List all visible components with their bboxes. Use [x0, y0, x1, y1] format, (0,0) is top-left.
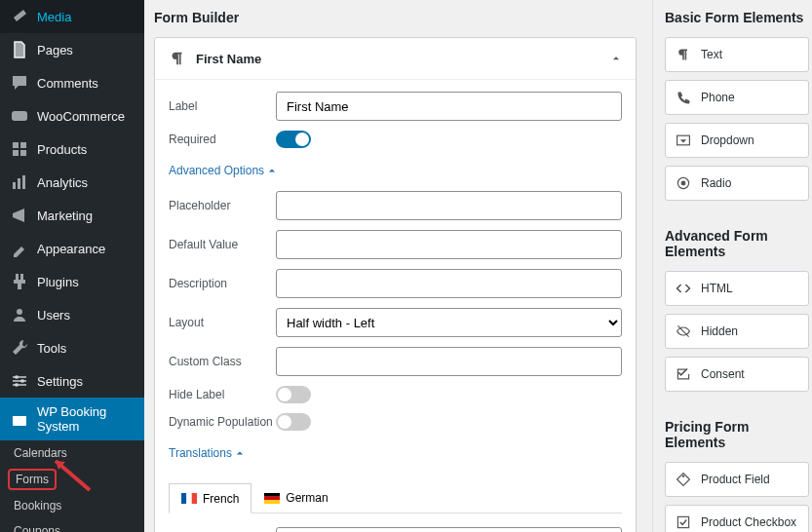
sidebar-label: Tools: [37, 341, 66, 356]
sidebar-item-marketing[interactable]: Marketing: [0, 199, 144, 232]
sidebar-item-tools[interactable]: Tools: [0, 331, 144, 364]
sidebar-item-analytics[interactable]: Analytics: [0, 166, 144, 199]
checkbox-icon: [676, 514, 691, 530]
hide-label-label: Hide Label: [169, 388, 276, 401]
svg-rect-27: [677, 516, 688, 527]
main-content: Form Builder First Name Label Required A…: [144, 0, 812, 532]
placeholder-label: Placeholder: [169, 199, 276, 212]
sidebar-label: Media: [37, 10, 71, 24]
sidebar-label: Pages: [37, 43, 73, 57]
media-icon: [10, 7, 29, 26]
element-text[interactable]: Text: [665, 37, 809, 72]
svg-point-12: [15, 375, 19, 379]
element-hidden[interactable]: Hidden: [665, 314, 809, 349]
element-phone[interactable]: Phone: [665, 80, 809, 115]
text-icon: [676, 47, 691, 62]
sidebar-item-users[interactable]: Users: [0, 298, 144, 331]
advanced-elements-heading: Advanced Form Elements: [665, 218, 812, 271]
form-elements-column: Basic Form Elements Text Phone Dropdown …: [652, 0, 812, 532]
svg-rect-4: [20, 150, 26, 156]
sidebar-item-media[interactable]: Media: [0, 0, 144, 33]
advanced-options-link[interactable]: Advanced Options: [169, 164, 276, 177]
phone-icon: [676, 90, 691, 105]
hide-label-toggle[interactable]: [276, 386, 311, 403]
svg-rect-20: [264, 493, 280, 497]
svg-point-13: [20, 379, 24, 383]
element-product-field[interactable]: Product Field: [665, 462, 809, 497]
sidebar-sub-forms[interactable]: Forms: [8, 469, 57, 490]
trans-label-input[interactable]: [276, 527, 622, 532]
comments-icon: [10, 73, 29, 93]
sidebar-item-wp-booking[interactable]: WP Booking System: [0, 398, 144, 440]
html-icon: [676, 281, 691, 296]
custom-class-input[interactable]: [276, 347, 622, 376]
required-toggle[interactable]: [276, 131, 311, 148]
sidebar-item-products[interactable]: Products: [0, 133, 144, 166]
layout-select[interactable]: Half width - Left: [276, 308, 622, 337]
element-dropdown[interactable]: Dropdown: [665, 123, 809, 158]
sidebar-sub-coupons[interactable]: Coupons: [0, 518, 144, 532]
placeholder-input[interactable]: [276, 191, 622, 220]
sidebar-item-woocommerce[interactable]: WooCommerce: [0, 99, 144, 133]
sidebar-sub-calendars[interactable]: Calendars: [0, 440, 144, 466]
sidebar-item-plugins[interactable]: Plugins: [0, 265, 144, 298]
field-panel: First Name Label Required Advanced Optio…: [154, 37, 637, 532]
description-label: Description: [169, 277, 276, 290]
sidebar-label: Users: [37, 308, 70, 323]
basic-elements-heading: Basic Form Elements: [665, 0, 812, 37]
tab-french[interactable]: French: [169, 483, 251, 513]
svg-rect-3: [13, 150, 19, 156]
sidebar-label: Settings: [37, 374, 83, 389]
analytics-icon: [10, 172, 29, 192]
panel-header[interactable]: First Name: [155, 38, 636, 80]
default-value-input[interactable]: [276, 230, 622, 259]
pages-icon: [10, 40, 29, 59]
svg-point-26: [682, 475, 684, 477]
sidebar-label: WooCommerce: [37, 109, 125, 124]
chevron-up-icon: [268, 167, 276, 174]
svg-point-25: [681, 181, 686, 186]
svg-rect-17: [181, 493, 186, 504]
tab-german[interactable]: German: [251, 483, 340, 513]
panel-title: First Name: [196, 52, 610, 66]
panel-body: Label Required Advanced Options Placehol…: [155, 80, 636, 532]
svg-rect-5: [13, 182, 16, 189]
radio-icon: [676, 175, 691, 191]
translations-link[interactable]: Translations: [169, 446, 244, 460]
sidebar-item-comments[interactable]: Comments: [0, 66, 144, 99]
element-html[interactable]: HTML: [665, 271, 809, 306]
element-consent[interactable]: Consent: [665, 357, 809, 392]
dropdown-icon: [676, 133, 691, 148]
hidden-icon: [676, 323, 691, 339]
sidebar-sub-bookings[interactable]: Bookings: [0, 493, 144, 518]
svg-rect-2: [20, 142, 26, 148]
appearance-icon: [10, 239, 29, 258]
admin-sidebar: Media Pages Comments WooCommerce Product…: [0, 0, 144, 532]
svg-rect-21: [264, 496, 280, 500]
users-icon: [10, 305, 29, 324]
element-radio[interactable]: Radio: [665, 166, 809, 201]
germany-flag-icon: [264, 493, 280, 504]
label-input[interactable]: [276, 92, 622, 121]
sidebar-item-appearance[interactable]: Appearance: [0, 232, 144, 265]
description-input[interactable]: [276, 269, 622, 298]
default-value-label: Default Value: [169, 238, 276, 251]
svg-rect-18: [186, 493, 191, 504]
consent-icon: [676, 366, 691, 382]
element-product-checkbox[interactable]: Product Checkbox: [665, 505, 809, 532]
sidebar-item-pages[interactable]: Pages: [0, 33, 144, 66]
settings-icon: [10, 371, 29, 391]
svg-rect-0: [12, 111, 27, 121]
svg-rect-22: [264, 500, 280, 504]
tag-icon: [676, 472, 691, 487]
svg-rect-6: [18, 178, 20, 189]
chevron-up-icon: [236, 449, 244, 457]
sidebar-label: Marketing: [37, 209, 93, 223]
sidebar-item-settings[interactable]: Settings: [0, 364, 144, 398]
chevron-up-icon: [610, 53, 622, 64]
woo-icon: [10, 106, 29, 126]
sidebar-label: Appearance: [37, 242, 105, 256]
calendar-icon: [10, 409, 29, 429]
dynamic-population-toggle[interactable]: [276, 413, 311, 431]
svg-rect-1: [13, 142, 19, 148]
